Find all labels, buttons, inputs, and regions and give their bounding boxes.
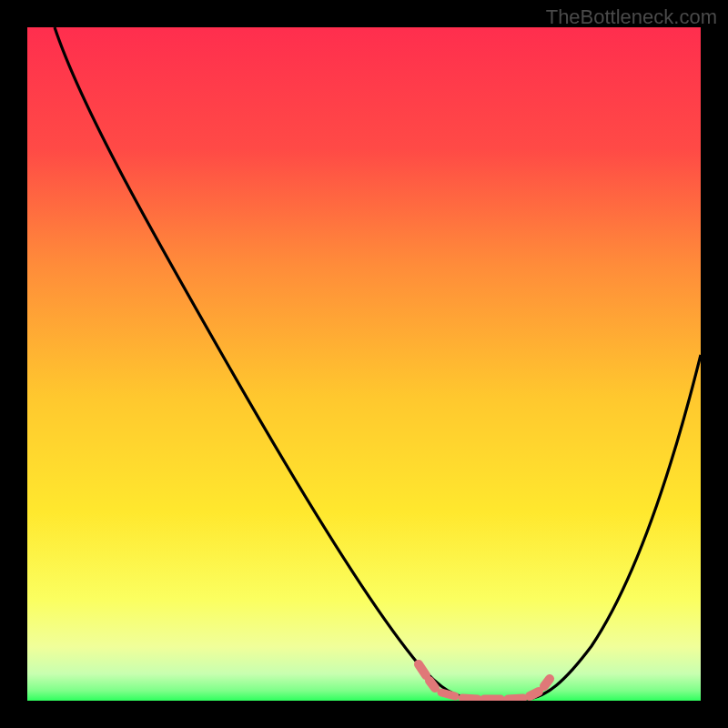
- watermark-text: TheBottleneck.com: [546, 5, 717, 29]
- svg-line-6: [508, 698, 523, 699]
- svg-line-1: [419, 664, 426, 675]
- plot-area: [27, 27, 701, 701]
- svg-line-7: [530, 692, 539, 696]
- chart-container: TheBottleneck.com: [0, 0, 728, 728]
- svg-line-3: [441, 693, 455, 696]
- optimal-range-marker: [27, 27, 701, 701]
- svg-line-8: [544, 679, 550, 686]
- svg-line-2: [430, 681, 435, 688]
- svg-line-4: [462, 698, 478, 699]
